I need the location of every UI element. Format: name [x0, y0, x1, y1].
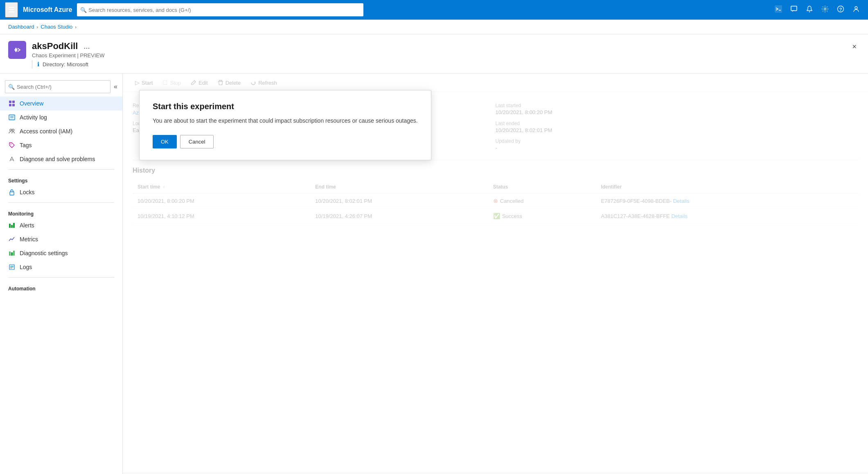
logs-icon	[8, 263, 16, 271]
svg-rect-25	[11, 252, 13, 256]
resource-meta: ℹ Directory: Microsoft	[32, 60, 105, 68]
activity-log-icon	[8, 114, 16, 121]
svg-point-19	[11, 144, 11, 145]
svg-rect-22	[11, 225, 13, 228]
resource-icon	[8, 41, 26, 59]
modal-cancel-button[interactable]: Cancel	[180, 135, 214, 148]
resource-subtitle: Chaos Experiment | PREVIEW	[32, 52, 105, 58]
modal-ok-button[interactable]: OK	[153, 135, 177, 148]
settings-divider	[8, 169, 114, 170]
automation-divider	[8, 277, 114, 278]
sidebar-item-logs-label: Logs	[20, 264, 32, 270]
monitoring-section-header: Monitoring	[0, 206, 122, 218]
sidebar-item-access-control-label: Access control (IAM)	[20, 128, 72, 135]
svg-rect-24	[9, 252, 11, 256]
sidebar-collapse-button[interactable]: «	[114, 83, 117, 90]
sidebar-item-locks-label: Locks	[20, 189, 35, 195]
svg-rect-13	[12, 104, 15, 106]
sidebar-item-access-control[interactable]: Access control (IAM)	[0, 124, 122, 138]
sidebar-item-activity-log[interactable]: Activity log	[0, 110, 122, 124]
sidebar-item-metrics-label: Metrics	[20, 236, 38, 243]
header-close-area: ×	[849, 41, 860, 53]
help-icon-button[interactable]: ?	[834, 3, 848, 17]
sidebar-item-tags-label: Tags	[20, 142, 32, 148]
sidebar-item-alerts[interactable]: Alerts	[0, 218, 122, 232]
sidebar-item-locks[interactable]: Locks	[0, 185, 122, 199]
brand-name: Microsoft Azure	[23, 6, 72, 13]
modal-overlay: Start this experiment You are about to s…	[123, 74, 868, 474]
modal-title: Start this experiment	[153, 102, 418, 111]
overview-icon	[8, 100, 16, 107]
modal-description: You are about to start the experiment th…	[153, 117, 418, 125]
sidebar: 🔍 « Overview Activity log Access control…	[0, 74, 123, 474]
info-icon: ℹ	[37, 61, 39, 67]
ellipsis-button[interactable]: ...	[81, 41, 92, 52]
svg-rect-21	[9, 224, 11, 228]
search-input[interactable]	[77, 3, 363, 16]
sidebar-item-logs[interactable]: Logs	[0, 260, 122, 274]
hamburger-icon: ☰	[8, 6, 15, 14]
directory-label: Directory: Microsoft	[43, 61, 88, 67]
breadcrumb-dashboard[interactable]: Dashboard	[8, 24, 34, 30]
sidebar-item-diagnostic-settings-label: Diagnostic settings	[20, 250, 68, 256]
breadcrumb-sep-2: ›	[75, 25, 77, 29]
diagnose-icon	[8, 155, 16, 163]
breadcrumb: Dashboard › Chaos Studio ›	[0, 20, 868, 34]
sidebar-top: 🔍 «	[0, 77, 122, 97]
svg-rect-10	[9, 101, 11, 103]
resource-info: aksPodKill ... Chaos Experiment | PREVIE…	[32, 41, 105, 68]
tags-icon	[8, 142, 16, 149]
notification-icon-button[interactable]	[803, 3, 816, 17]
sidebar-item-diagnose-label: Diagnose and solve problems	[20, 156, 95, 162]
modal-box: Start this experiment You are about to s…	[139, 90, 431, 160]
svg-point-5	[824, 8, 826, 10]
search-wrap: 🔍	[77, 3, 363, 16]
sidebar-item-metrics[interactable]: Metrics	[0, 232, 122, 246]
sidebar-item-activity-log-label: Activity log	[20, 114, 47, 121]
settings-section-header: Settings	[0, 173, 122, 185]
breadcrumb-sep-1: ›	[37, 25, 38, 29]
alerts-icon	[8, 222, 16, 229]
settings-icon-button[interactable]	[818, 3, 832, 17]
sidebar-item-alerts-label: Alerts	[20, 222, 34, 229]
sidebar-item-overview[interactable]: Overview	[0, 97, 122, 110]
svg-point-8	[855, 7, 857, 9]
modal-buttons: OK Cancel	[153, 135, 418, 148]
svg-point-18	[12, 129, 14, 131]
topbar: ☰ Microsoft Azure 🔍 ?	[0, 0, 868, 20]
svg-rect-11	[12, 101, 15, 103]
account-icon-button[interactable]	[849, 3, 863, 17]
terminal-icon-button[interactable]	[771, 3, 785, 17]
metrics-icon	[8, 236, 16, 243]
svg-rect-26	[13, 251, 15, 256]
diagnostic-settings-icon	[8, 249, 16, 257]
resource-title: aksPodKill	[32, 41, 78, 52]
svg-rect-2	[791, 6, 797, 11]
svg-text:?: ?	[839, 7, 842, 12]
automation-section-header: Automation	[0, 281, 122, 293]
sidebar-search-input[interactable]	[5, 80, 110, 93]
sidebar-item-diagnose[interactable]: Diagnose and solve problems	[0, 152, 122, 166]
locks-icon	[8, 189, 16, 196]
sidebar-item-tags[interactable]: Tags	[0, 138, 122, 152]
svg-point-17	[10, 129, 12, 131]
resource-header: aksPodKill ... Chaos Experiment | PREVIE…	[0, 34, 868, 74]
svg-rect-23	[13, 223, 15, 228]
content-area: ▷ Start ☐ Stop Edit Delete Refresh	[123, 74, 868, 474]
hamburger-button[interactable]: ☰	[5, 2, 18, 18]
svg-rect-14	[9, 115, 15, 120]
breadcrumb-chaos-studio[interactable]: Chaos Studio	[41, 24, 72, 30]
sidebar-item-diagnostic-settings[interactable]: Diagnostic settings	[0, 246, 122, 260]
close-button[interactable]: ×	[849, 41, 860, 53]
sidebar-item-overview-label: Overview	[20, 100, 43, 107]
topbar-icon-group: ?	[771, 3, 863, 17]
svg-rect-20	[10, 192, 14, 195]
access-control-icon	[8, 128, 16, 135]
monitoring-divider	[8, 202, 114, 203]
svg-rect-12	[9, 104, 11, 106]
main-layout: 🔍 « Overview Activity log Access control…	[0, 74, 868, 474]
svg-point-4	[809, 11, 810, 12]
feedback-icon-button[interactable]	[787, 3, 801, 17]
